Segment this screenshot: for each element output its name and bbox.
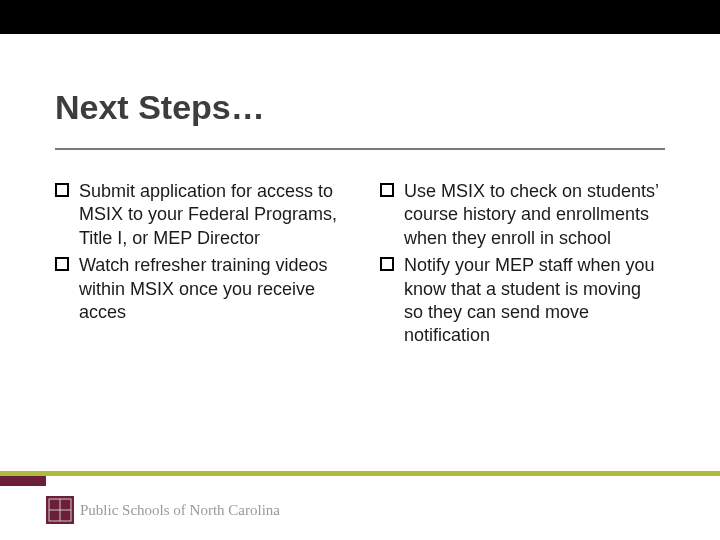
brand-logo-icon: [46, 496, 74, 524]
slide: Next Steps… Submit application for acces…: [0, 0, 720, 540]
list-item: Watch refresher training videos within M…: [55, 254, 340, 324]
footer-accent-maroon: [0, 476, 46, 486]
list-item-text: Notify your MEP staff when you know that…: [404, 254, 665, 348]
top-bar: [0, 0, 720, 34]
footer-accent-olive: [0, 471, 720, 476]
square-bullet-icon: [55, 257, 69, 271]
brand-text: Public Schools of North Carolina: [80, 502, 280, 519]
list-item: Notify your MEP staff when you know that…: [380, 254, 665, 348]
square-bullet-icon: [55, 183, 69, 197]
footer-brand: Public Schools of North Carolina: [46, 496, 280, 524]
right-column: Use MSIX to check on students’ course hi…: [380, 180, 665, 352]
list-item: Submit application for access to MSIX to…: [55, 180, 340, 250]
body-columns: Submit application for access to MSIX to…: [55, 180, 665, 352]
square-bullet-icon: [380, 183, 394, 197]
list-item-text: Watch refresher training videos within M…: [79, 254, 340, 324]
slide-title: Next Steps…: [55, 88, 265, 127]
list-item: Use MSIX to check on students’ course hi…: [380, 180, 665, 250]
left-column: Submit application for access to MSIX to…: [55, 180, 340, 352]
title-underline: [55, 148, 665, 150]
list-item-text: Use MSIX to check on students’ course hi…: [404, 180, 665, 250]
list-item-text: Submit application for access to MSIX to…: [79, 180, 340, 250]
square-bullet-icon: [380, 257, 394, 271]
